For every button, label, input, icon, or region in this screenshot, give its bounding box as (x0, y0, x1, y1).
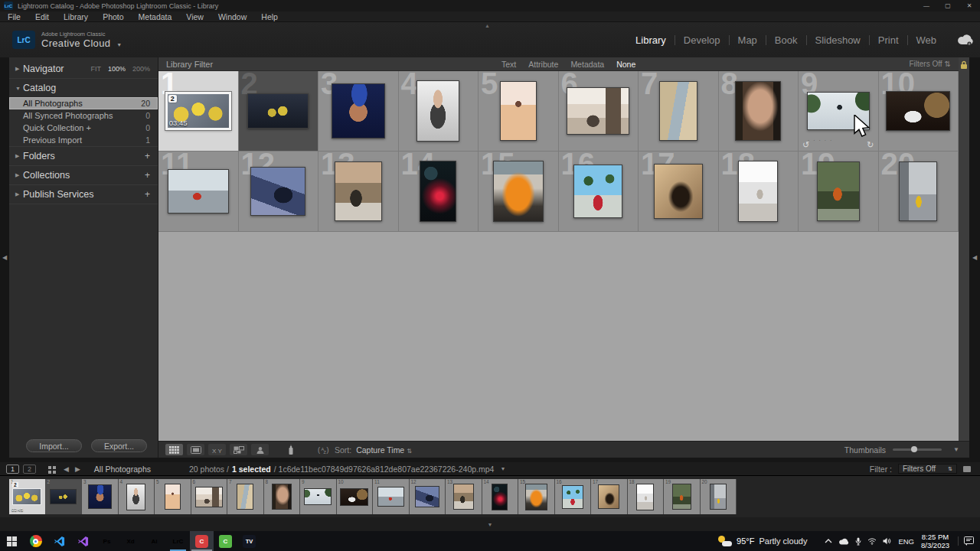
taskbar-clock[interactable]: 8:25 PM 8/3/2023 (921, 533, 949, 550)
grid-cell-pug-dog[interactable]: 17 (639, 152, 719, 232)
chevron-down-icon[interactable]: ▼ (116, 42, 122, 47)
creative-cloud-icon[interactable] (957, 34, 974, 46)
photo-thumbnail[interactable] (420, 161, 456, 222)
grid-cell-orange-car-forest[interactable]: 19 (799, 152, 879, 232)
grid-cell-modern-interior[interactable]: 6 (559, 71, 639, 152)
painter-spray-icon[interactable] (288, 445, 294, 455)
grid-view-button[interactable] (165, 444, 183, 455)
filmstrip-thumbnail[interactable] (126, 484, 145, 510)
photo-thumbnail[interactable] (654, 164, 703, 219)
sort-value[interactable]: Capture Time ⇅ (356, 445, 412, 455)
filmstrip-thumbnail[interactable] (50, 489, 77, 504)
menu-photo[interactable]: Photo (103, 12, 123, 21)
filmstrip-thumbnail[interactable] (12, 488, 41, 505)
grid-cell-red-car-bridge[interactable]: 11 (158, 152, 239, 232)
taskbar-tradingview-icon[interactable]: TV (237, 531, 261, 551)
taskbar-adobe-xd-icon[interactable]: Xd (119, 531, 142, 551)
module-map[interactable]: Map (730, 34, 766, 46)
filter-option-none[interactable]: None (616, 60, 635, 69)
filmstrip-thumbnail[interactable] (492, 484, 508, 510)
filmstrip-cell-minions-video[interactable]: 1203:45 (9, 479, 46, 514)
filmstrip-cell-pug-dog[interactable]: 17 (591, 479, 628, 514)
filmstrip-thumbnail[interactable] (165, 484, 181, 510)
menu-window[interactable]: Window (218, 12, 247, 21)
left-panel-toggle[interactable]: ◀ (0, 57, 9, 458)
photo-thumbnail[interactable] (332, 83, 385, 139)
filmstrip-thumbnail[interactable] (525, 484, 547, 510)
grid-cell-minions-video-frame[interactable]: 2 (239, 71, 319, 152)
grid-cell-beach-sandboard[interactable]: 5 (479, 71, 559, 152)
taskbar-chrome-icon[interactable] (24, 531, 47, 551)
photo-thumbnail[interactable] (886, 91, 950, 131)
add-icon[interactable]: + (145, 152, 150, 160)
wifi-icon[interactable] (867, 538, 877, 545)
catalog-item[interactable]: All Synced Photographs0 (9, 109, 158, 122)
notification-center-icon[interactable] (958, 536, 974, 546)
zoom-option-fit[interactable]: FIT (90, 65, 101, 73)
filmstrip-cell-bearded-man-portrait[interactable]: 4 (119, 479, 155, 514)
filter-preset-dropdown[interactable]: Filters Off⇅ (898, 464, 957, 474)
filmstrip-thumbnail[interactable] (195, 487, 223, 507)
module-print[interactable]: Print (870, 34, 907, 46)
photo-thumbnail[interactable] (899, 161, 937, 221)
taskbar-lightroom-icon[interactable]: LrC (166, 531, 190, 551)
menu-metadata[interactable]: Metadata (139, 12, 172, 21)
photo-thumbnail[interactable] (250, 167, 305, 216)
grid-cell-yellow-taxi-street[interactable]: 20 (879, 152, 959, 232)
import-button[interactable]: Import... (26, 439, 82, 452)
photo-thumbnail[interactable] (738, 161, 778, 222)
top-panel-toggle[interactable]: ▲ (485, 23, 490, 28)
add-icon[interactable]: + (145, 171, 150, 179)
filters-off-label[interactable]: Filters Off⇅ (909, 60, 951, 68)
language-indicator[interactable]: ENG (898, 537, 914, 546)
catalog-item[interactable]: Previous Import1 (9, 134, 158, 146)
toolbar-options-chevron-icon[interactable]: ▼ (953, 446, 959, 453)
filmstrip-thumbnail[interactable] (340, 488, 368, 506)
taskbar-camtasia-icon[interactable]: C (214, 531, 237, 551)
grid-cell-desk-coffee[interactable]: 18 (719, 152, 799, 232)
taskbar-vscode-icon[interactable] (47, 531, 71, 551)
grid-cell-white-car-dark[interactable]: 10 (879, 71, 959, 152)
thumbnail-size-slider[interactable] (893, 448, 942, 451)
grid-cell-rock-texture[interactable]: 7 (639, 71, 719, 152)
microphone-icon[interactable] (855, 537, 861, 546)
onedrive-icon[interactable] (838, 538, 849, 545)
filmstrip-cell-beach-sandboard[interactable]: 5 (155, 479, 191, 514)
close-button[interactable]: ✕ (959, 0, 980, 11)
menu-help[interactable]: Help (261, 12, 278, 21)
grid-cell-orange-lamborghini[interactable]: 15 (479, 152, 559, 232)
maximize-button[interactable]: ▢ (937, 0, 959, 11)
navigator-header[interactable]: ▶ Navigator FIT100%200% (9, 60, 158, 78)
filmstrip-thumbnail[interactable] (453, 484, 474, 510)
filmstrip-cell-orange-car-forest[interactable]: 19 (664, 479, 701, 514)
rotate-right-icon[interactable]: ↻ (867, 140, 874, 150)
filmstrip-cell-minions-video-frame[interactable]: 2 (46, 479, 83, 514)
menu-library[interactable]: Library (64, 12, 88, 21)
filmstrip-cell-woman-face-closeup[interactable]: 8 (264, 479, 301, 514)
photo-thumbnail[interactable] (493, 161, 544, 222)
filmstrip-thumbnail[interactable] (710, 484, 727, 510)
slider-knob[interactable] (911, 446, 917, 452)
filmstrip-cell-orange-lamborghini[interactable]: 15 (518, 479, 555, 514)
taskbar-weather[interactable]: 95°F Partly cloudy (718, 536, 807, 546)
photo-thumbnail[interactable] (416, 80, 459, 142)
filter-option-text[interactable]: Text (501, 60, 516, 69)
filmstrip-cell-rock-texture[interactable]: 7 (227, 479, 264, 514)
filmstrip-thumbnail[interactable] (237, 484, 253, 510)
back-arrow-icon[interactable]: ◀ (64, 465, 69, 473)
filmstrip-thumbnail[interactable] (304, 488, 332, 505)
forward-arrow-icon[interactable]: ▶ (75, 465, 80, 473)
grid-cell-bearded-man-portrait[interactable]: 4 (399, 71, 479, 152)
filmstrip-toggle[interactable]: ▼ (0, 517, 980, 531)
section-publish-services[interactable]: ▶Publish Services+ (9, 185, 158, 204)
filmstrip-thumbnail[interactable] (636, 484, 654, 510)
filmstrip-cell-jeep-snow[interactable]: 12 (410, 479, 446, 514)
filmstrip-cell-white-car-dark[interactable]: 10 (337, 479, 374, 514)
monitor-2-button[interactable]: 2 (23, 465, 36, 474)
photo-thumbnail[interactable] (735, 81, 781, 141)
rating-dots[interactable]: ..... (808, 135, 835, 142)
filmstrip-cell-neon-night[interactable]: 14 (482, 479, 519, 514)
taskbar-visual-studio-icon[interactable] (71, 531, 95, 551)
filmstrip-cell-modern-interior[interactable]: 6 (191, 479, 228, 514)
selection-summary[interactable]: 20 photos / 1 selected / 1c6de11bec07849… (189, 465, 505, 474)
